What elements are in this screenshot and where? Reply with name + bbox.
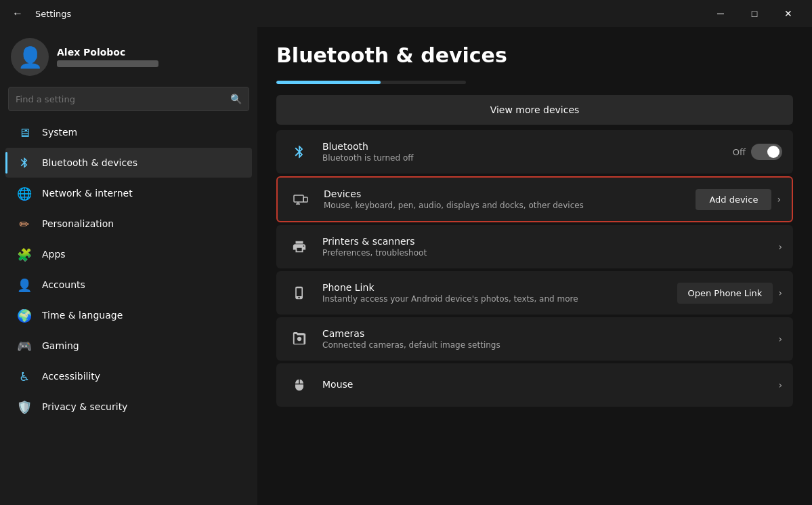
bluetooth-row-icon [287,140,312,164]
close-button[interactable]: ✕ [773,3,804,24]
printers-title: Printers & scanners [322,236,767,247]
cameras-row-text: Cameras Connected cameras, default image… [322,328,767,350]
sidebar-label-personalization: Personalization [42,218,114,229]
search-box[interactable]: 🔍 [8,87,249,111]
phonelink-row-icon [287,281,312,305]
printers-subtitle: Preferences, troubleshoot [322,248,767,258]
mouse-row-text: Mouse [322,379,767,391]
svg-rect-0 [294,195,303,202]
phonelink-row-text: Phone Link Instantly access your Android… [322,282,666,304]
gaming-icon: 🎮 [16,338,33,354]
user-section: 👤 Alex Poloboc [0,27,257,84]
sidebar-item-personalization[interactable]: ✏️ Personalization [5,209,252,239]
sidebar-item-accounts[interactable]: 👤 Accounts [5,270,252,300]
sidebar-label-accounts: Accounts [42,279,85,290]
personalization-icon: ✏️ [16,216,33,232]
cameras-row-action: › [778,334,782,344]
bluetooth-row-text: Bluetooth Bluetooth is turned off [322,141,722,163]
bluetooth-row[interactable]: Bluetooth Bluetooth is turned off Off [276,130,793,174]
minimize-button[interactable]: ─ [705,3,736,24]
printers-row-action: › [778,241,782,252]
add-device-button[interactable]: Add device [696,189,771,210]
bluetooth-toggle-container: Off [733,144,782,160]
apps-icon: 🧩 [16,246,33,262]
sidebar-nav: 🖥 System Bluetooth & devices 🌐 Network &… [0,117,257,422]
bluetooth-progress [276,81,793,84]
open-phone-link-button[interactable]: Open Phone Link [677,283,773,304]
sidebar-item-bluetooth[interactable]: Bluetooth & devices [5,148,252,178]
cameras-title: Cameras [322,328,767,339]
sidebar-item-accessibility[interactable]: ♿ Accessibility [5,361,252,391]
devices-subtitle: Mouse, keyboard, pen, audio, displays an… [324,201,685,210]
privacy-icon: 🛡️ [16,399,33,415]
titlebar-controls: ─ □ ✕ [705,3,804,24]
sidebar-label-privacy: Privacy & security [42,401,127,412]
titlebar-left: ← Settings [8,4,71,23]
cameras-chevron: › [778,334,782,344]
devices-row-icon [289,187,313,211]
titlebar-title: Settings [35,9,71,19]
phonelink-row-action: Open Phone Link › [677,283,783,304]
devices-row[interactable]: Devices Mouse, keyboard, pen, audio, dis… [276,176,793,222]
phonelink-row[interactable]: Phone Link Instantly access your Android… [276,271,793,315]
cameras-row[interactable]: Cameras Connected cameras, default image… [276,317,793,361]
bluetooth-toggle[interactable] [751,144,782,160]
phonelink-chevron: › [778,287,782,298]
printers-row-text: Printers & scanners Preferences, trouble… [322,236,767,258]
sidebar-item-privacy[interactable]: 🛡️ Privacy & security [5,392,252,422]
sidebar-label-time: Time & language [42,310,123,321]
sidebar-item-apps[interactable]: 🧩 Apps [5,239,252,269]
sidebar-label-apps: Apps [42,249,66,260]
user-icon: 👤 [18,45,43,69]
network-icon: 🌐 [16,185,33,201]
bluetooth-title: Bluetooth [322,141,722,152]
mouse-title: Mouse [322,379,767,390]
mouse-row-icon [287,373,312,397]
sidebar-label-gaming: Gaming [42,340,79,351]
printers-row[interactable]: Printers & scanners Preferences, trouble… [276,225,793,268]
sidebar-label-accessibility: Accessibility [42,371,100,382]
sidebar: 👤 Alex Poloboc 🔍 🖥 System [0,27,257,505]
page-title: Bluetooth & devices [276,43,793,67]
content-area: Bluetooth & devices View more devices Bl… [257,27,812,505]
search-icon: 🔍 [230,94,242,104]
devices-row-text: Devices Mouse, keyboard, pen, audio, dis… [324,188,685,210]
time-icon: 🌍 [16,307,33,323]
toggle-off-label: Off [733,147,746,157]
maximize-button[interactable]: □ [739,3,770,24]
printers-row-icon [287,235,312,259]
sidebar-label-network: Network & internet [42,188,133,199]
mouse-row-action: › [778,380,782,390]
user-email-bar [57,60,158,67]
phonelink-title: Phone Link [322,282,666,293]
cameras-subtitle: Connected cameras, default image setting… [322,340,767,350]
titlebar: ← Settings ─ □ ✕ [0,0,812,27]
view-more-devices-button[interactable]: View more devices [276,95,793,125]
user-name: Alex Poloboc [57,47,247,58]
avatar: 👤 [11,38,49,76]
cameras-row-icon [287,327,312,351]
devices-chevron: › [777,194,781,205]
sidebar-label-bluetooth: Bluetooth & devices [42,157,137,168]
devices-title: Devices [324,188,685,199]
search-container: 🔍 [0,84,257,117]
progress-fill [276,81,381,84]
bluetooth-icon [16,155,33,171]
phonelink-subtitle: Instantly access your Android device's p… [322,294,666,304]
sidebar-item-time[interactable]: 🌍 Time & language [5,300,252,330]
sidebar-item-network[interactable]: 🌐 Network & internet [5,178,252,208]
user-info: Alex Poloboc [57,47,247,67]
accessibility-icon: ♿ [16,368,33,384]
app-layout: 👤 Alex Poloboc 🔍 🖥 System [0,27,812,505]
devices-row-action: Add device › [696,189,781,210]
sidebar-label-system: System [42,127,77,138]
sidebar-item-gaming[interactable]: 🎮 Gaming [5,331,252,361]
progress-bar [276,81,466,84]
mouse-row[interactable]: Mouse › [276,363,793,407]
bluetooth-subtitle: Bluetooth is turned off [322,153,722,163]
mouse-chevron: › [778,380,782,390]
search-input[interactable] [16,94,225,104]
sidebar-item-system[interactable]: 🖥 System [5,117,252,147]
back-button[interactable]: ← [8,4,27,23]
svg-rect-1 [303,197,307,202]
